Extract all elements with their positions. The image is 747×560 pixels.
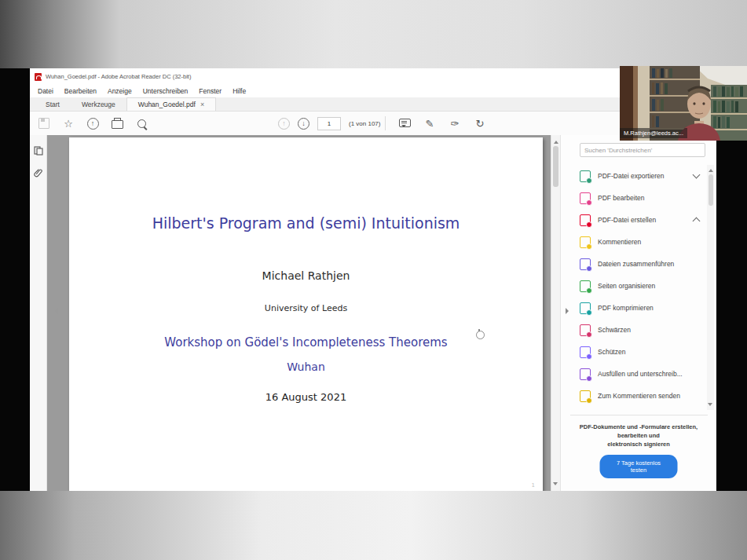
tool-combine-files[interactable]: Dateien zusammenführen bbox=[561, 253, 716, 275]
sidebar-scrollbar-thumb[interactable] bbox=[709, 174, 713, 206]
slide-location: Wuhan bbox=[69, 361, 543, 373]
window-title: Wuhan_Goedel.pdf - Adobe Acrobat Reader … bbox=[46, 73, 191, 80]
page-thumbnails-icon[interactable] bbox=[34, 146, 43, 156]
pdf-page: Hilbert's Program and (semi) Intuitionis… bbox=[69, 137, 543, 491]
acrobat-app-icon bbox=[35, 73, 42, 81]
tool-send-for-comments[interactable]: Zum Kommentieren senden bbox=[561, 385, 716, 407]
left-nav-rail bbox=[30, 135, 47, 491]
menu-datei[interactable]: Datei bbox=[33, 86, 58, 97]
menu-hilfe[interactable]: Hilfe bbox=[228, 86, 251, 97]
organize-pages-icon bbox=[580, 280, 591, 292]
compress-pdf-icon bbox=[580, 302, 591, 314]
slide-affiliation: University of Leeds bbox=[69, 303, 543, 313]
fill-sign-icon bbox=[580, 368, 591, 380]
save-icon[interactable] bbox=[38, 117, 50, 130]
webcam-overlay: M.Rathjen@leeds.ac... bbox=[620, 66, 747, 141]
slide-author: Michael Rathjen bbox=[69, 269, 543, 282]
slide-date: 16 August 2021 bbox=[69, 391, 543, 403]
tab-document-label: Wuhan_Goedel.pdf bbox=[138, 101, 196, 108]
send-for-comments-icon bbox=[580, 390, 591, 402]
top-gradient-band bbox=[0, 0, 747, 68]
page-count-label: (1 von 107) bbox=[349, 120, 380, 127]
slide-title: Hilbert's Program and (semi) Intuitionis… bbox=[69, 214, 543, 232]
tools-list: PDF-Datei exportieren PDF bearbeiten PDF… bbox=[561, 165, 716, 407]
sidebar-scroll-up-icon[interactable] bbox=[709, 167, 713, 172]
window-titlebar: Wuhan_Goedel.pdf - Adobe Acrobat Reader … bbox=[30, 68, 716, 85]
pen-icon[interactable]: ✎ bbox=[423, 117, 436, 130]
menu-unterschreiben[interactable]: Unterschreiben bbox=[138, 86, 193, 97]
tool-edit-pdf[interactable]: PDF bearbeiten bbox=[561, 187, 716, 209]
sidebar-divider bbox=[570, 415, 708, 415]
tab-start[interactable]: Start bbox=[35, 97, 71, 111]
toolbar-divider bbox=[385, 116, 386, 130]
document-scrollbar[interactable] bbox=[551, 135, 560, 491]
page-number-faint: 1 bbox=[532, 482, 535, 489]
bottom-gradient-band bbox=[0, 491, 747, 560]
tab-werkzeuge[interactable]: Werkzeuge bbox=[71, 97, 126, 111]
next-page-icon[interactable]: ↓ bbox=[298, 118, 309, 130]
collapse-right-panel-arrow[interactable] bbox=[566, 308, 572, 314]
star-favorites-icon[interactable]: ☆ bbox=[62, 117, 75, 130]
attachments-paperclip-icon[interactable] bbox=[34, 168, 43, 178]
print-icon[interactable] bbox=[111, 117, 123, 130]
tool-export-pdf[interactable]: PDF-Datei exportieren bbox=[561, 165, 716, 187]
collapse-left-panel-arrow[interactable] bbox=[52, 308, 58, 314]
webcam-name-label: M.Rathjen@leeds.ac... bbox=[620, 128, 687, 138]
slide-event: Workshop on Gödel's Incompleteness Theor… bbox=[69, 335, 543, 350]
export-pdf-icon bbox=[580, 170, 591, 182]
scrollbar-thumb[interactable] bbox=[553, 146, 558, 187]
tool-redact[interactable]: Schwärzen bbox=[561, 319, 716, 341]
search-icon[interactable] bbox=[135, 117, 148, 130]
toolbar: ☆ ↑ ↑ ↓ (1 von 107) ✎ ✑ ↻ bbox=[30, 112, 716, 136]
tools-sidebar: PDF-Datei exportieren PDF bearbeiten PDF… bbox=[560, 135, 716, 491]
tool-compress-pdf[interactable]: PDF komprimieren bbox=[561, 297, 716, 319]
menu-anzeige[interactable]: Anzeige bbox=[103, 86, 137, 97]
sidebar-scroll-down-icon[interactable] bbox=[708, 403, 712, 408]
document-area[interactable]: Hilbert's Program and (semi) Intuitionis… bbox=[47, 135, 551, 491]
acrobat-window: Wuhan_Goedel.pdf - Adobe Acrobat Reader … bbox=[30, 68, 716, 491]
redact-icon bbox=[580, 324, 591, 336]
tab-bar: Start Werkzeuge Wuhan_Goedel.pdf × bbox=[30, 97, 716, 112]
highlighter-icon[interactable]: ✑ bbox=[449, 117, 461, 130]
tool-organize-pages[interactable]: Seiten organisieren bbox=[561, 275, 716, 297]
combine-files-icon bbox=[580, 258, 591, 270]
tool-create-pdf[interactable]: PDF-Datei erstellen bbox=[561, 209, 716, 231]
tool-comment[interactable]: Kommentieren bbox=[561, 231, 716, 253]
tab-close-icon[interactable]: × bbox=[200, 101, 204, 108]
tools-search-input[interactable] bbox=[580, 143, 705, 157]
menu-fenster[interactable]: Fenster bbox=[194, 86, 226, 97]
sidebar-scrollbar[interactable] bbox=[707, 165, 714, 410]
video-frame: Wuhan_Goedel.pdf - Adobe Acrobat Reader … bbox=[0, 0, 747, 560]
free-trial-button[interactable]: 7 Tage kostenlos testen bbox=[600, 455, 678, 478]
previous-page-icon[interactable]: ↑ bbox=[278, 118, 290, 130]
trial-promo-text: PDF-Dokumente und -Formulare erstellen, … bbox=[561, 423, 716, 448]
menu-bearbeiten[interactable]: Bearbeiten bbox=[60, 86, 101, 97]
scroll-down-icon[interactable] bbox=[553, 482, 558, 488]
comment-tool-icon bbox=[580, 236, 591, 248]
tool-fill-sign[interactable]: Ausfüllen und unterschreib... bbox=[561, 363, 716, 385]
chevron-down-icon[interactable] bbox=[693, 171, 701, 179]
tool-protect[interactable]: Schützen bbox=[561, 341, 716, 363]
create-pdf-icon bbox=[580, 214, 591, 226]
menu-bar: Datei Bearbeiten Anzeige Unterschreiben … bbox=[30, 85, 716, 97]
chevron-up-icon[interactable] bbox=[693, 218, 701, 225]
page-number-input[interactable] bbox=[317, 117, 341, 130]
hand-cursor-icon bbox=[476, 331, 485, 339]
tab-document[interactable]: Wuhan_Goedel.pdf × bbox=[126, 97, 216, 111]
edit-pdf-icon bbox=[580, 192, 591, 204]
stamp-icon[interactable]: ↻ bbox=[474, 117, 486, 130]
share-upload-icon[interactable]: ↑ bbox=[86, 117, 99, 130]
scroll-up-icon[interactable] bbox=[554, 138, 558, 144]
protect-shield-icon bbox=[580, 346, 591, 358]
comment-icon[interactable] bbox=[398, 117, 411, 130]
